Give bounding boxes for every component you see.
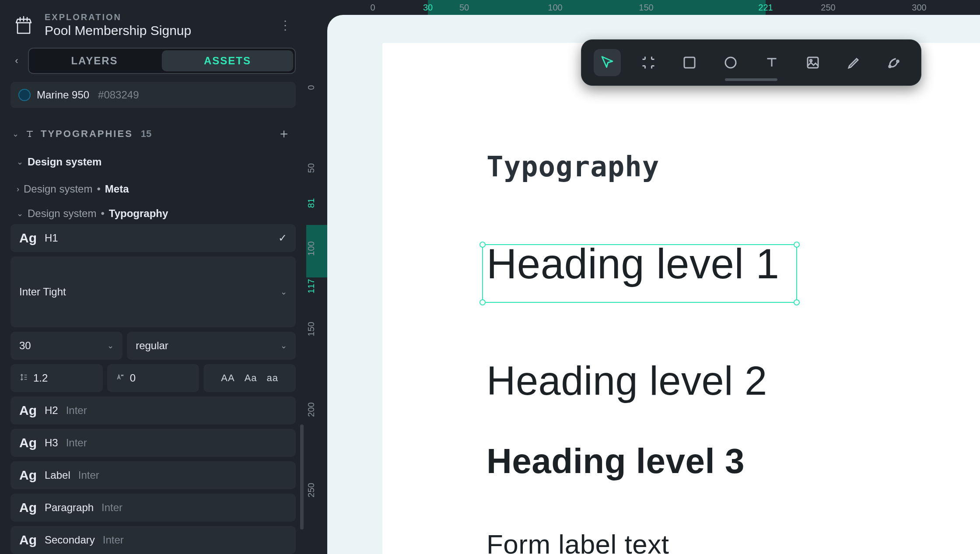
- ruler-v-tick: 0: [306, 85, 327, 90]
- tool-pencil[interactable]: [840, 49, 868, 76]
- toolbar-drag-handle[interactable]: [725, 78, 777, 81]
- tab-assets[interactable]: ASSETS: [162, 50, 293, 71]
- ruler-v-tick: 81: [306, 198, 327, 208]
- tool-ellipse[interactable]: [717, 49, 744, 76]
- color-name: Marine 950: [37, 89, 89, 101]
- tab-layers[interactable]: LAYERS: [29, 49, 160, 73]
- project-logo-icon: [12, 14, 35, 37]
- color-asset-row[interactable]: Marine 950 #083249: [10, 82, 296, 108]
- section-title: TYPOGRAPHIES: [41, 128, 133, 140]
- selection-handle-tl[interactable]: [480, 242, 486, 248]
- ruler-v-tick: 150: [306, 322, 327, 336]
- project-header: EXPLORATION Pool Membership Signup ⋮: [10, 9, 296, 48]
- svg-point-5: [897, 60, 899, 63]
- svg-rect-0: [684, 57, 695, 68]
- panel-tab-switch: LAYERS ASSETS: [28, 48, 296, 74]
- type-style-h2[interactable]: AgH2Inter: [10, 396, 296, 424]
- artboard[interactable]: Typography Heading level 1 Heading level…: [382, 43, 980, 554]
- canvas-viewport[interactable]: Typography Typography Heading level 1 He…: [327, 15, 980, 554]
- type-style-paragraph[interactable]: AgParagraphInter: [10, 494, 296, 522]
- group-meta[interactable]: › Design system • Meta: [10, 183, 296, 195]
- ruler-h-tick: 50: [459, 3, 469, 13]
- tool-text[interactable]: [758, 49, 785, 76]
- font-family-select[interactable]: Inter Tight ⌄: [10, 256, 296, 327]
- letter-spacing-icon: [116, 373, 125, 384]
- ruler-h-tick: 221: [758, 3, 773, 13]
- text-case-options: AA Aa aa: [203, 364, 296, 392]
- selection-box[interactable]: [482, 244, 797, 303]
- section-collapse-toggle[interactable]: ⌄: [12, 129, 19, 139]
- selection-handle-bl[interactable]: [480, 299, 486, 305]
- letter-spacing-input[interactable]: 0: [107, 364, 200, 392]
- selection-handle-tr[interactable]: [794, 242, 800, 248]
- ruler-v-tick: 250: [306, 483, 327, 497]
- type-style-h3[interactable]: AgH3Inter: [10, 429, 296, 457]
- color-hex: #083249: [98, 89, 139, 101]
- typography-icon: [24, 128, 35, 140]
- ruler-h-selection-range: [428, 0, 766, 15]
- sample-form-label[interactable]: Form label text: [486, 529, 669, 554]
- floating-toolbar[interactable]: [581, 39, 921, 86]
- line-height-input[interactable]: 1.2: [10, 364, 103, 392]
- ruler-h-tick: 150: [639, 3, 653, 13]
- ruler-h-tick: 30: [423, 3, 433, 13]
- check-icon: ✓: [278, 232, 287, 244]
- project-name: Pool Membership Signup: [45, 23, 267, 38]
- project-kicker: EXPLORATION: [45, 12, 267, 22]
- ruler-h-tick: 300: [912, 3, 926, 13]
- type-style-secondary[interactable]: AgSecondaryInter: [10, 526, 296, 554]
- svg-point-3: [810, 60, 812, 62]
- panel-back-button[interactable]: ‹: [10, 55, 23, 67]
- ruler-h-tick: 250: [821, 3, 835, 13]
- sample-heading-2[interactable]: Heading level 2: [486, 358, 767, 404]
- type-style-label[interactable]: AgLabelInter: [10, 461, 296, 489]
- color-swatch-icon: [18, 89, 31, 101]
- canvas-area: 03050100150221250300350 0508110011715020…: [306, 0, 980, 554]
- tool-rectangle[interactable]: [676, 49, 703, 76]
- ruler-v-tick: 50: [306, 163, 327, 173]
- type-sample-icon: Ag: [19, 468, 37, 483]
- type-sample-icon: Ag: [19, 435, 37, 450]
- type-sample-icon: Ag: [19, 403, 37, 418]
- artboard-title[interactable]: Typography: [486, 151, 659, 183]
- type-sample-icon: Ag: [19, 231, 37, 245]
- chevron-down-icon: ⌄: [107, 341, 114, 351]
- line-height-icon: [19, 373, 28, 384]
- svg-rect-2: [808, 57, 818, 68]
- case-titlecase-button[interactable]: Aa: [245, 372, 257, 384]
- ruler-h-tick: 0: [370, 3, 375, 13]
- chevron-down-icon: ⌄: [17, 209, 23, 218]
- font-size-select[interactable]: 30 ⌄: [10, 332, 122, 360]
- vertical-ruler[interactable]: 05081100117150200250: [306, 15, 327, 554]
- ruler-v-tick: 117: [306, 279, 327, 293]
- chevron-down-icon: ⌄: [280, 341, 287, 351]
- tool-image[interactable]: [799, 49, 826, 76]
- ruler-v-tick: 200: [306, 402, 327, 417]
- tool-frame[interactable]: [635, 49, 662, 76]
- chevron-right-icon: ›: [17, 185, 19, 194]
- type-sample-icon: Ag: [19, 500, 37, 515]
- type-style-h1[interactable]: Ag H1 ✓: [10, 224, 296, 252]
- font-weight-select[interactable]: regular ⌄: [127, 332, 296, 360]
- tool-pen[interactable]: [882, 49, 909, 76]
- typographies-section-header: ⌄ TYPOGRAPHIES 15 ＋: [10, 123, 296, 144]
- chevron-down-icon: ⌄: [17, 157, 23, 167]
- selection-handle-br[interactable]: [794, 299, 800, 305]
- project-menu-button[interactable]: ⋮: [276, 17, 294, 34]
- case-uppercase-button[interactable]: AA: [221, 372, 234, 384]
- ruler-v-tick: 100: [306, 241, 327, 256]
- section-count: 15: [141, 128, 151, 140]
- sample-heading-3[interactable]: Heading level 3: [486, 441, 745, 481]
- left-sidebar: EXPLORATION Pool Membership Signup ⋮ ‹ L…: [0, 0, 306, 554]
- horizontal-ruler[interactable]: 03050100150221250300350: [327, 0, 980, 15]
- case-lowercase-button[interactable]: aa: [267, 372, 278, 384]
- type-sample-icon: Ag: [19, 533, 37, 547]
- group-design-system[interactable]: ⌄ Design system: [10, 156, 296, 168]
- chevron-down-icon: ⌄: [280, 287, 287, 297]
- tool-cursor[interactable]: [594, 49, 621, 76]
- group-typography[interactable]: ⌄ Design system • Typography: [10, 207, 296, 220]
- svg-point-1: [725, 57, 736, 68]
- add-typography-button[interactable]: ＋: [274, 123, 294, 144]
- ruler-h-tick: 100: [548, 3, 562, 13]
